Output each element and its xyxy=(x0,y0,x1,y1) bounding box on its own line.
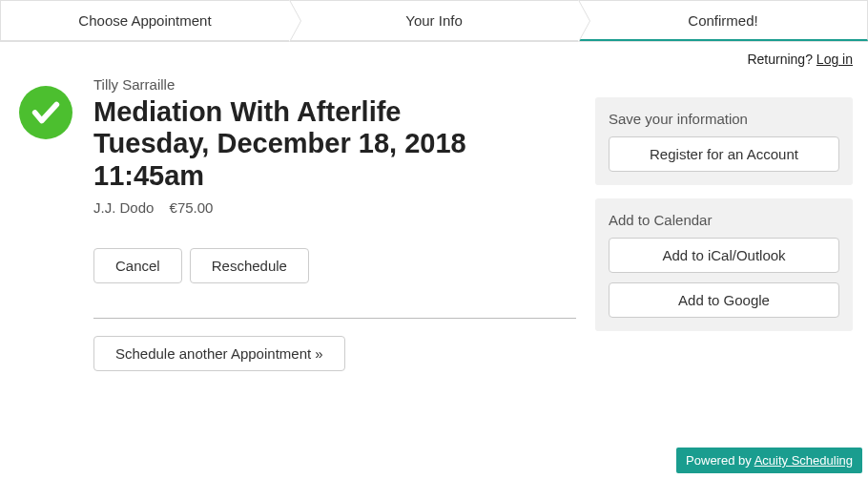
appointment-time: 11:45am xyxy=(93,160,576,192)
check-circle-icon xyxy=(19,86,72,139)
step-label: Confirmed! xyxy=(688,12,757,29)
divider xyxy=(93,318,576,319)
powered-by-badge[interactable]: Powered by Acuity Scheduling xyxy=(676,448,862,473)
service-title: Mediation With Afterlife xyxy=(93,96,576,128)
schedule-another-button[interactable]: Schedule another Appointment » xyxy=(93,336,345,371)
step-choose-appointment[interactable]: Choose Appointment xyxy=(0,0,290,41)
footer: Powered by Acuity Scheduling xyxy=(676,448,862,473)
login-link[interactable]: Log in xyxy=(816,52,853,67)
save-info-card: Save your information Register for an Ac… xyxy=(595,97,853,185)
appointment-price: €75.00 xyxy=(170,199,214,216)
add-calendar-card: Add to Calendar Add to iCal/Outlook Add … xyxy=(595,198,853,331)
add-google-button[interactable]: Add to Google xyxy=(609,282,839,318)
brand-link[interactable]: Acuity Scheduling xyxy=(754,453,853,468)
powered-by-label: Powered by xyxy=(686,453,752,468)
topbar: Returning? Log in xyxy=(0,42,868,67)
step-label: Your Info xyxy=(405,12,463,29)
register-account-button[interactable]: Register for an Account xyxy=(609,136,839,172)
client-name: Tilly Sarraille xyxy=(93,76,576,93)
appointment-date: Tuesday, December 18, 2018 xyxy=(93,128,576,159)
step-label: Choose Appointment xyxy=(78,12,211,29)
reschedule-button[interactable]: Reschedule xyxy=(190,248,309,283)
check-icon-wrap xyxy=(15,76,76,371)
cancel-button[interactable]: Cancel xyxy=(93,248,182,283)
step-your-info[interactable]: Your Info xyxy=(290,0,579,41)
step-tabs: Choose Appointment Your Info Confirmed! xyxy=(0,0,868,42)
save-info-title: Save your information xyxy=(609,111,839,127)
add-calendar-title: Add to Calendar xyxy=(609,212,839,228)
add-ical-button[interactable]: Add to iCal/Outlook xyxy=(609,238,839,273)
practitioner-name: J.J. Dodo xyxy=(93,199,154,216)
step-confirmed[interactable]: Confirmed! xyxy=(579,0,868,41)
returning-label: Returning? xyxy=(747,52,813,67)
